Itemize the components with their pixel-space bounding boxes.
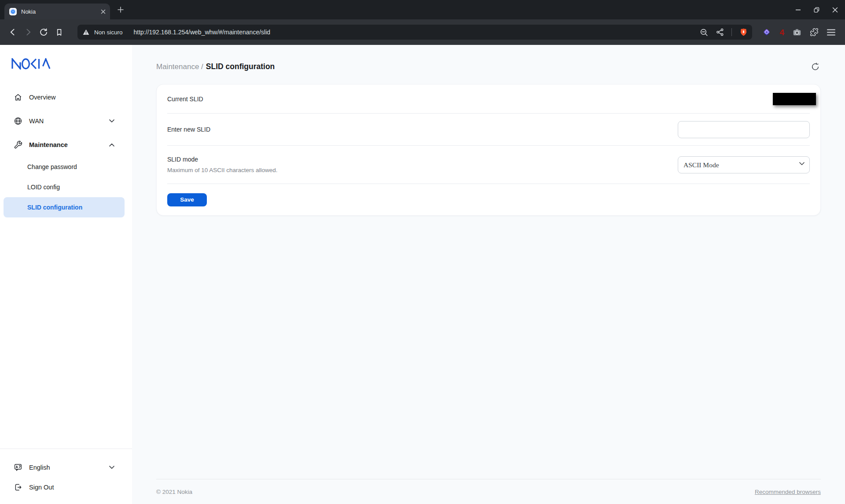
new-tab-button[interactable]	[118, 7, 124, 13]
slid-mode-hint: Maximum of 10 ASCII characters allowed.	[167, 167, 278, 173]
reload-icon[interactable]	[37, 26, 50, 39]
divider	[731, 28, 732, 36]
sidebar-bottom-section: English Sign Out	[0, 449, 132, 504]
language-label: English	[29, 464, 103, 471]
save-button[interactable]: Save	[167, 193, 207, 206]
sidebar-subitem-change-password[interactable]: Change password	[4, 157, 125, 177]
sidebar-subitem-slid-configuration[interactable]: SLID configuration	[4, 197, 125, 217]
new-slid-label: Enter new SLID	[167, 126, 210, 133]
share-icon[interactable]	[714, 26, 726, 38]
home-icon	[14, 93, 22, 102]
copyright-text: © 2021 Nokia	[156, 489, 192, 495]
tab-title: Nokia	[21, 8, 96, 15]
address-bar[interactable]: Non sicuro http://192.168.1.254/web_whw/…	[77, 25, 752, 40]
zoom-icon[interactable]	[698, 26, 710, 38]
wrench-icon	[14, 140, 22, 149]
sidebar-subitem-label: LOID config	[27, 184, 60, 191]
extensions-puzzle-icon[interactable]	[810, 28, 819, 37]
globe-icon	[14, 117, 22, 125]
breadcrumb: Maintenance /SLID configuration	[156, 62, 275, 71]
bookmark-icon[interactable]	[52, 26, 66, 39]
slid-mode-row: SLID mode Maximum of 10 ASCII characters…	[167, 146, 810, 184]
security-label: Non sicuro	[94, 29, 123, 36]
browser-toolbar: Non sicuro http://192.168.1.254/web_whw/…	[0, 19, 845, 45]
forward-icon[interactable]	[22, 26, 35, 39]
browser-tab[interactable]: Nokia	[4, 4, 110, 19]
sign-out-button[interactable]: Sign Out	[0, 477, 132, 497]
sidebar-item-label: Maintenance	[29, 141, 103, 148]
sidebar-subitem-label: SLID configuration	[27, 204, 82, 211]
url-text: http://192.168.1.254/web_whw/#/maintenan…	[134, 29, 694, 36]
current-slid-redacted-value	[773, 93, 816, 105]
refresh-icon[interactable]	[809, 61, 821, 72]
current-slid-label: Current SLID	[167, 96, 203, 103]
translate-icon	[14, 463, 22, 472]
chevron-down-icon	[109, 466, 114, 469]
actions-row: Save	[167, 184, 810, 215]
restore-button[interactable]	[814, 7, 819, 13]
wallet-diamond-icon[interactable]	[762, 28, 771, 37]
current-slid-row: Current SLID	[167, 85, 810, 114]
page-footer: © 2021 Nokia Recommended browsers	[156, 479, 821, 504]
extensions-area: 4	[760, 28, 839, 37]
language-selector[interactable]: English	[0, 457, 132, 477]
recommended-browsers-link[interactable]: Recommended browsers	[755, 489, 821, 495]
sidebar-nav: Overview WAN Maintenance Change password	[0, 85, 132, 217]
sidebar-item-wan[interactable]: WAN	[0, 109, 132, 133]
nokia-logo	[10, 58, 132, 70]
sign-out-icon	[14, 483, 22, 492]
new-slid-input[interactable]	[678, 121, 810, 138]
sidebar-item-label: WAN	[29, 118, 103, 125]
slid-config-card: Current SLID Enter new SLID SLID mode Ma…	[156, 84, 821, 216]
slid-mode-select[interactable]: ASCII Mode	[678, 156, 810, 173]
new-slid-row: Enter new SLID	[167, 114, 810, 146]
chevron-down-icon	[109, 119, 114, 123]
camera-icon[interactable]	[793, 28, 801, 37]
extension-badge-4[interactable]: 4	[779, 28, 784, 37]
warning-icon	[83, 29, 89, 35]
sidebar-subitem-loid-config[interactable]: LOID config	[4, 177, 125, 197]
slid-mode-label: SLID mode	[167, 156, 278, 163]
tab-favicon-icon	[9, 8, 17, 15]
sidebar-item-overview[interactable]: Overview	[0, 85, 132, 109]
back-icon[interactable]	[6, 26, 19, 39]
page-title: SLID configuration	[206, 62, 275, 71]
tab-close-icon[interactable]	[101, 9, 106, 14]
window-close-button[interactable]	[832, 7, 838, 13]
sign-out-label: Sign Out	[29, 484, 114, 491]
chevron-up-icon	[109, 143, 114, 147]
sidebar: Overview WAN Maintenance Change password	[0, 45, 132, 504]
sidebar-item-maintenance[interactable]: Maintenance	[0, 133, 132, 157]
minimize-button[interactable]	[795, 7, 801, 13]
main-content: Maintenance /SLID configuration Current …	[132, 45, 845, 504]
sidebar-subitem-label: Change password	[27, 163, 77, 170]
breadcrumb-section: Maintenance /	[156, 63, 203, 71]
menu-hamburger-icon[interactable]	[827, 29, 835, 36]
tab-strip: Nokia	[0, 0, 845, 19]
brave-shield-icon[interactable]	[737, 26, 749, 38]
sidebar-item-label: Overview	[29, 94, 114, 101]
